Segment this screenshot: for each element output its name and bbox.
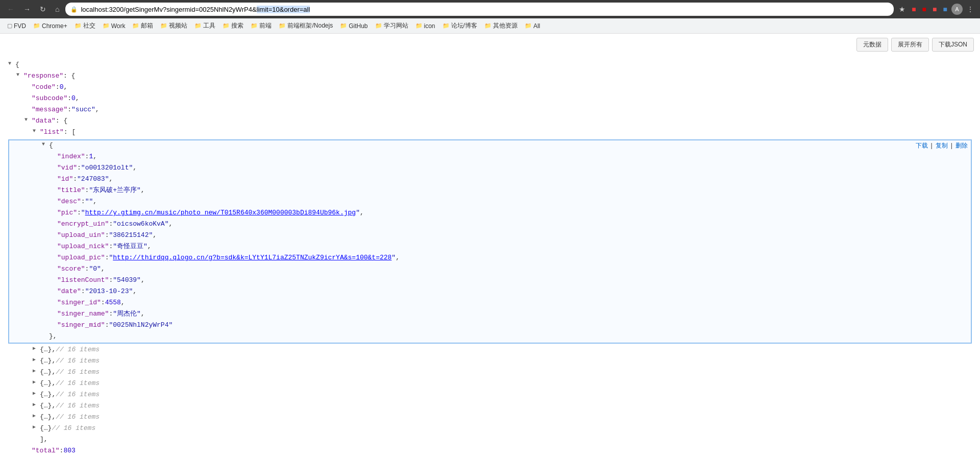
- download-item-link[interactable]: 下载: [916, 141, 928, 151]
- collapsed-toggle-2[interactable]: ▶: [33, 345, 39, 353]
- collapsed-item-9: ▶ {…} // 16 items: [8, 423, 972, 435]
- collapsed-toggle-9[interactable]: ▶: [33, 423, 39, 431]
- item-singer-mid: "singer_mid": "0025NhlN2yWrP4": [9, 320, 971, 331]
- bookmark-framework[interactable]: 📁 前端框架/Nodejs: [276, 20, 336, 31]
- bookmark-tools[interactable]: 📁 工具: [191, 20, 218, 31]
- bookmark-social[interactable]: 📁 社交: [71, 20, 99, 31]
- item-score: "score": "0",: [9, 264, 971, 275]
- bookmark-chrome-plus-icon: 📁: [33, 22, 40, 29]
- list-toggle[interactable]: ▼: [33, 127, 39, 135]
- extension-btn-3[interactable]: ■: [930, 3, 939, 15]
- item-singer-name: "singer_name": "周杰伦",: [9, 309, 971, 320]
- extension-btn-5[interactable]: A: [951, 4, 963, 15]
- bookmark-frontend-label: 前端: [259, 21, 272, 30]
- bookmark-video[interactable]: 📁 视频站: [157, 20, 190, 31]
- item-pic: "pic": "http://y.gtimg.cn/music/photo_ne…: [9, 208, 971, 219]
- bookmark-github[interactable]: 📁 GitHub: [337, 21, 371, 31]
- item-id: "id": "247083",: [9, 174, 971, 185]
- data-toggle[interactable]: ▼: [24, 116, 31, 124]
- bookmark-learning-icon: 📁: [375, 22, 382, 29]
- forward-button[interactable]: →: [20, 3, 34, 15]
- item-vid: "vid": "o0013201olt",: [9, 163, 971, 174]
- copy-item-link[interactable]: 复制: [936, 141, 948, 151]
- collapsed-toggle-7[interactable]: ▶: [33, 401, 39, 409]
- collapsed-toggle-3[interactable]: ▶: [33, 356, 39, 364]
- download-json-button[interactable]: 下载JSON: [932, 38, 974, 52]
- collapsed-item-8: ▶ {…}, // 16 items: [8, 412, 972, 423]
- bookmark-forum[interactable]: 📁 论坛/博客: [439, 20, 480, 31]
- bookmark-other-icon: 📁: [484, 22, 492, 29]
- first-item-open: ▼ {: [9, 140, 971, 152]
- bookmark-forum-label: 论坛/博客: [451, 21, 477, 30]
- bookmark-all-label: All: [533, 22, 540, 30]
- bookmark-tools-label: 工具: [203, 21, 215, 30]
- bookmark-work-label: Work: [111, 22, 126, 30]
- home-button[interactable]: ⌂: [52, 3, 62, 15]
- expand-all-button[interactable]: 展开所有: [891, 38, 929, 52]
- bookmark-work[interactable]: 📁 Work: [100, 21, 129, 31]
- lock-icon: 🔒: [70, 6, 78, 13]
- first-item-toggle[interactable]: ▼: [42, 140, 48, 149]
- browser-actions: ★ ■ ■ ■ ■ A ⋮: [897, 3, 976, 15]
- collapsed-item-3: ▶ {…}, // 16 items: [8, 356, 972, 367]
- pic-link[interactable]: http://y.gtimg.cn/music/photo_new/T015R6…: [85, 208, 356, 219]
- item-index: "index": 1,: [9, 152, 971, 163]
- menu-button[interactable]: ⋮: [965, 3, 976, 15]
- item-upload-nick: "upload_nick": "奇怪豆豆",: [9, 242, 971, 253]
- extension-btn-4[interactable]: ■: [941, 3, 949, 15]
- bookmark-email[interactable]: 📁 邮箱: [129, 20, 156, 31]
- bookmark-chrome-plus-label: Chrome+: [42, 22, 67, 30]
- bookmark-github-icon: 📁: [340, 22, 347, 29]
- bookmark-search[interactable]: 📁 搜索: [219, 20, 247, 31]
- bookmark-fvd[interactable]: ▢ FVD: [4, 21, 29, 31]
- bookmark-star-button[interactable]: ★: [897, 3, 908, 15]
- collapsed-item-5: ▶ {…}, // 16 items: [8, 378, 972, 390]
- bookmark-other-label: 其他资源: [493, 21, 518, 30]
- collapsed-toggle-6[interactable]: ▶: [33, 390, 39, 398]
- bookmark-chrome-plus[interactable]: 📁 Chrome+: [30, 21, 70, 31]
- item-desc: "desc": "",: [9, 197, 971, 208]
- bookmark-all-icon: 📁: [525, 22, 532, 29]
- bookmark-fvd-icon: ▢: [7, 22, 12, 29]
- response-line: ▼ "response": {: [8, 71, 972, 82]
- delete-item-link[interactable]: 删除: [955, 141, 968, 151]
- item-upload-pic: "upload_pic": "http://thirdqq.qlogo.cn/g…: [9, 253, 971, 264]
- bookmark-video-label: 视频站: [169, 21, 187, 30]
- bookmark-frontend[interactable]: 📁 前端: [248, 20, 275, 31]
- bookmark-social-icon: 📁: [75, 22, 82, 29]
- block-actions: 下载 | 复制 | 删除: [916, 141, 968, 151]
- bookmark-learning[interactable]: 📁 学习网站: [372, 20, 411, 31]
- first-item-block: 下载 | 复制 | 删除 ▼ { "index": 1, "vid": "o00…: [8, 139, 972, 344]
- refresh-button[interactable]: ↻: [37, 3, 49, 15]
- root-toggle[interactable]: ▼: [8, 60, 14, 68]
- address-bar[interactable]: localhost:3200/getSingerMv?singermid=002…: [81, 6, 889, 13]
- extension-btn-1[interactable]: ■: [910, 3, 918, 15]
- item-singer-id: "singer_id": 4558,: [9, 298, 971, 309]
- bookmark-other[interactable]: 📁 其他资源: [481, 20, 521, 31]
- bookmark-forum-icon: 📁: [443, 22, 450, 29]
- first-item-close: },: [9, 331, 971, 343]
- extension-btn-2[interactable]: ■: [920, 3, 928, 15]
- collapsed-item-6: ▶ {…}, // 16 items: [8, 390, 972, 401]
- json-viewer: ▼ { ▼ "response": { "code": 0, "subcode"…: [0, 56, 980, 458]
- bookmark-fvd-label: FVD: [14, 22, 26, 30]
- bookmark-all[interactable]: 📁 All: [522, 21, 543, 31]
- message-line: "message": "succ",: [8, 105, 972, 116]
- raw-data-button[interactable]: 元数据: [856, 38, 888, 52]
- item-upload-uin: "upload_uin": "386215142",: [9, 230, 971, 242]
- bookmark-framework-label: 前端框架/Nodejs: [287, 21, 333, 30]
- subcode-line: "subcode": 0,: [8, 93, 972, 105]
- back-button[interactable]: ←: [4, 3, 17, 15]
- response-toggle[interactable]: ▼: [16, 71, 22, 79]
- item-encrypt-uin: "encrypt_uin": "oicsow6koKvA",: [9, 219, 971, 230]
- collapsed-toggle-5[interactable]: ▶: [33, 378, 39, 387]
- upload-pic-link[interactable]: http://thirdqq.qlogo.cn/g?b=sdk&k=LYtY1L…: [113, 253, 391, 263]
- bookmark-github-label: GitHub: [349, 22, 368, 30]
- bookmark-icon[interactable]: 📁 icon: [412, 21, 438, 31]
- nav-bar: ← → ↻ ⌂ 🔒 localhost:3200/getSingerMv?sin…: [0, 0, 980, 18]
- bookmark-icon-label: icon: [424, 22, 435, 30]
- code-line: "code": 0,: [8, 82, 972, 93]
- collapsed-toggle-4[interactable]: ▶: [33, 367, 39, 375]
- collapsed-toggle-8[interactable]: ▶: [33, 412, 39, 420]
- list-close: ],: [8, 435, 972, 446]
